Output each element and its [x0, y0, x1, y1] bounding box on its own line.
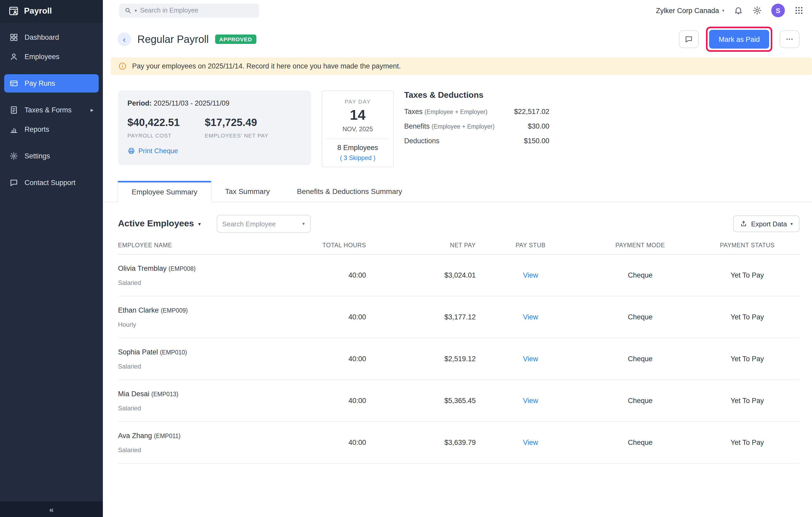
net-pay-cell: $3,177.12 — [366, 313, 476, 321]
payment-mode-cell: Cheque — [585, 439, 695, 446]
tax-row-value: $22,517.02 — [514, 108, 549, 115]
employee-count: 8 Employees — [326, 144, 389, 152]
print-cheque-link[interactable]: Print Cheque — [127, 147, 178, 155]
payment-status-cell: Yet To Pay — [695, 313, 800, 321]
sidebar-item-pay-runs[interactable]: Pay Runs ▸ — [4, 74, 99, 92]
comments-button[interactable] — [679, 30, 699, 48]
taxes-forms-icon — [9, 106, 18, 114]
apps-grid-icon[interactable] — [794, 6, 804, 15]
employee-name-link[interactable]: Ava Zhang — [118, 432, 152, 439]
topbar: ▾ Zylker Corp Canada ▾ S — [103, 0, 812, 21]
sidebar-item-taxes-forms[interactable]: Taxes & Forms ▸ — [4, 101, 99, 119]
period-line: Period: 2025/11/03 - 2025/11/09 — [127, 99, 302, 107]
search-employee-select[interactable]: Search Employee ▾ — [216, 215, 311, 233]
sidebar-item-settings[interactable]: Settings ▸ — [4, 147, 99, 165]
column-header-payment-mode: PAYMENT MODE — [585, 242, 695, 248]
sidebar-item-contact-support[interactable]: Contact Support ▸ — [4, 173, 99, 192]
view-pay-stub-link[interactable]: View — [523, 355, 538, 363]
tax-row: Deductions $150.00 — [404, 137, 549, 145]
employee-name-link[interactable]: Olivia Tremblay — [118, 264, 167, 272]
employee-pay-type: Salaried — [118, 446, 316, 454]
search-icon — [124, 7, 132, 14]
sidebar-item-label: Taxes & Forms — [25, 106, 71, 114]
view-pay-stub-link[interactable]: View — [523, 313, 538, 321]
payment-status-cell: Yet To Pay — [695, 397, 800, 405]
tax-row-sublabel: (Employee + Employer) — [432, 124, 494, 130]
employee-pay-type: Salaried — [118, 404, 316, 412]
total-hours-cell: 40:00 — [316, 439, 366, 446]
employee-pay-type: Hourly — [118, 321, 316, 328]
table-toolbar: Active Employees ▾ Search Employee ▾ Exp… — [103, 202, 812, 233]
total-hours-cell: 40:00 — [316, 397, 366, 405]
total-hours-cell: 40:00 — [316, 313, 366, 321]
tax-row-label: Deductions — [404, 137, 439, 145]
net-pay-cell: $2,519.12 — [366, 355, 476, 363]
payroll-cost-block: $40,422.51 PAYROLL COST — [127, 116, 180, 138]
taxes-deductions-block: Taxes & Deductions Taxes (Employee + Emp… — [404, 90, 549, 152]
org-selector[interactable]: Zylker Corp Canada ▾ — [656, 6, 724, 15]
more-icon — [785, 35, 794, 44]
payment-mode-cell: Cheque — [585, 313, 695, 321]
payment-status-cell: Yet To Pay — [695, 271, 800, 279]
chevron-down-icon: ▾ — [302, 221, 305, 226]
mark-as-paid-button[interactable]: Mark as Paid — [709, 30, 769, 49]
skipped-count-link[interactable]: ( 3 Skipped ) — [326, 154, 389, 162]
employees-icon — [9, 52, 18, 61]
payroll-cost-value: $40,422.51 — [127, 116, 180, 129]
search-input[interactable] — [140, 7, 254, 14]
employee-filter-dropdown[interactable]: Active Employees ▾ — [118, 218, 201, 229]
employee-cell: Mia Desai (EMP013) Salaried — [118, 390, 316, 412]
employee-cell: Olivia Tremblay (EMP008) Salaried — [118, 264, 316, 286]
back-button[interactable]: ‹ — [117, 32, 131, 46]
sidebar-item-reports[interactable]: Reports ▸ — [4, 120, 99, 138]
tax-row: Benefits (Employee + Employer) $30.00 — [404, 122, 549, 130]
org-name-label: Zylker Corp Canada — [656, 6, 719, 15]
sidebar: Payroll Dashboard ▸ Employees ▸ Pay Runs… — [0, 0, 103, 517]
tab-benefits-deductions-summary[interactable]: Benefits & Deductions Summary — [283, 181, 416, 202]
tab-bar: Employee Summary Tax Summary Benefits & … — [103, 181, 812, 202]
sidebar-collapse-button[interactable]: « — [0, 501, 103, 517]
payment-mode-cell: Cheque — [585, 397, 695, 405]
table-row: Sophia Patel (EMP010) Salaried 40:00 $2,… — [118, 338, 800, 380]
search-scope-caret-icon[interactable]: ▾ — [135, 8, 137, 13]
column-header-total-hours: TOTAL HOURS — [316, 242, 366, 248]
column-header-net-pay: NET PAY — [366, 242, 476, 248]
employee-id: (EMP013) — [151, 391, 179, 397]
settings-icon — [9, 152, 18, 161]
net-pay-cell: $3,024.01 — [366, 271, 476, 279]
view-pay-stub-link[interactable]: View — [523, 271, 538, 279]
employee-name-link[interactable]: Ethan Clarke — [118, 306, 159, 314]
info-banner: Pay your employees on 2025/11/14. Record… — [111, 57, 812, 75]
view-pay-stub-link[interactable]: View — [523, 439, 538, 446]
employee-cell: Ethan Clarke (EMP009) Hourly — [118, 306, 316, 328]
settings-gear-icon[interactable] — [752, 6, 762, 15]
export-data-button[interactable]: Export Data ▾ — [733, 215, 800, 232]
status-badge: APPROVED — [215, 34, 256, 44]
employee-name-link[interactable]: Mia Desai — [118, 390, 149, 398]
user-avatar[interactable]: S — [771, 4, 785, 17]
employee-name-link[interactable]: Sophia Patel — [118, 348, 158, 356]
taxes-deductions-title: Taxes & Deductions — [404, 90, 549, 100]
info-icon — [118, 62, 127, 71]
tax-row-value: $30.00 — [528, 122, 549, 130]
notifications-bell-icon[interactable] — [734, 6, 743, 15]
topbar-right: Zylker Corp Canada ▾ S — [656, 4, 804, 17]
view-pay-stub-link[interactable]: View — [523, 397, 538, 405]
payday-card: PAY DAY 14 NOV, 2025 8 Employees ( 3 Ski… — [322, 90, 394, 167]
tab-employee-summary[interactable]: Employee Summary — [117, 181, 211, 202]
page-header: ‹ Regular Payroll APPROVED Mark as Paid — [103, 21, 812, 56]
employee-cell: Sophia Patel (EMP010) Salaried — [118, 348, 316, 370]
more-options-button[interactable] — [780, 30, 800, 48]
payroll-logo-icon — [8, 6, 19, 16]
app-title: Payroll — [24, 6, 52, 16]
employee-cell: Ava Zhang (EMP011) Salaried — [118, 432, 316, 454]
tax-row-sublabel: (Employee + Employer) — [425, 109, 488, 115]
sidebar-item-label: Reports — [25, 126, 49, 133]
tab-tax-summary[interactable]: Tax Summary — [211, 181, 283, 202]
chevron-down-icon: ▾ — [198, 221, 201, 227]
global-search[interactable]: ▾ — [119, 3, 259, 18]
sidebar-item-employees[interactable]: Employees ▸ — [4, 48, 99, 66]
payday-day: 14 — [326, 107, 389, 124]
sidebar-nav: Dashboard ▸ Employees ▸ Pay Runs ▸ Taxes… — [0, 23, 103, 197]
sidebar-item-dashboard[interactable]: Dashboard ▸ — [4, 28, 99, 47]
